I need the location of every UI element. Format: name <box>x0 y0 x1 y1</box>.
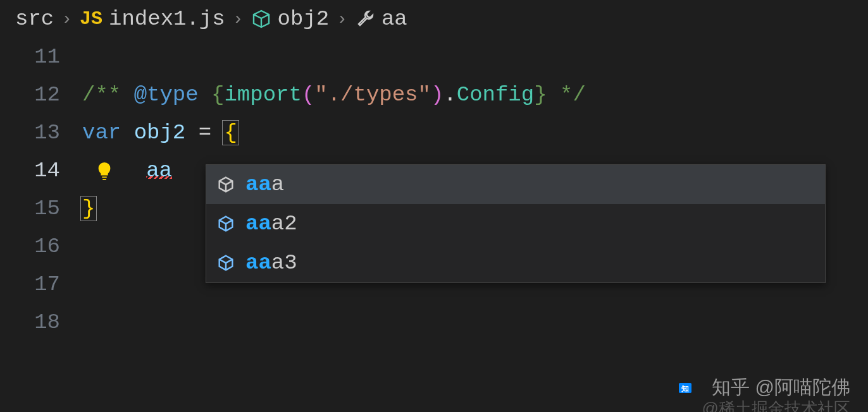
line-number-active: 14 <box>0 152 60 190</box>
breadcrumb-object[interactable]: obj2 <box>251 7 330 31</box>
autocomplete-text: aaa <box>245 173 284 197</box>
watermark-sub: @稀土掘金技术社区 <box>702 397 850 412</box>
chevron-right-icon: › <box>233 9 244 29</box>
line-number: 18 <box>0 303 60 341</box>
code-content[interactable]: /** @type {import("./types").Config} */ … <box>82 38 868 341</box>
js-file-icon: JS <box>80 8 102 30</box>
autocomplete-text: aaa2 <box>245 212 297 236</box>
autocomplete-item[interactable]: aaa2 <box>206 204 825 243</box>
autocomplete-item[interactable]: aaa3 <box>206 243 825 282</box>
line-number: 15 <box>0 190 60 227</box>
line-number: 17 <box>0 265 60 303</box>
autocomplete-item[interactable]: aaa <box>206 165 825 204</box>
breadcrumb-folder[interactable]: src <box>15 7 54 31</box>
chevron-right-icon: › <box>337 9 347 29</box>
wrench-icon <box>355 7 375 31</box>
code-line-13: var obj2 = { <box>82 114 868 152</box>
breadcrumb-file[interactable]: JS index1.js <box>80 7 225 31</box>
field-icon <box>216 212 235 236</box>
lightbulb-icon[interactable] <box>95 152 120 190</box>
autocomplete-popup: aaa aaa2 <box>206 164 826 283</box>
line-number: 16 <box>0 227 60 265</box>
autocomplete-text: aaa3 <box>245 251 297 275</box>
code-line-11 <box>82 38 868 76</box>
code-line-12: /** @type {import("./types").Config} */ <box>82 76 868 114</box>
line-number: 11 <box>0 38 60 76</box>
code-line-18 <box>82 303 868 341</box>
chevron-right-icon: › <box>61 9 72 29</box>
breadcrumb-method[interactable]: aa <box>355 7 407 31</box>
svg-text:知: 知 <box>681 384 689 393</box>
code-editor[interactable]: 11 12 13 14 15 16 17 18 /** @type {impor… <box>0 38 868 341</box>
zhihu-icon: 知 <box>679 380 707 396</box>
line-number: 12 <box>0 76 60 114</box>
field-icon <box>216 251 235 275</box>
line-number: 13 <box>0 114 60 152</box>
breadcrumb: src › JS index1.js › obj2 › aa <box>0 0 868 38</box>
watermark: 知 知乎 @阿喵陀佛 <box>679 375 850 401</box>
module-icon <box>251 7 271 31</box>
field-icon <box>216 173 235 197</box>
line-number-gutter: 11 12 13 14 15 16 17 18 <box>0 38 82 341</box>
